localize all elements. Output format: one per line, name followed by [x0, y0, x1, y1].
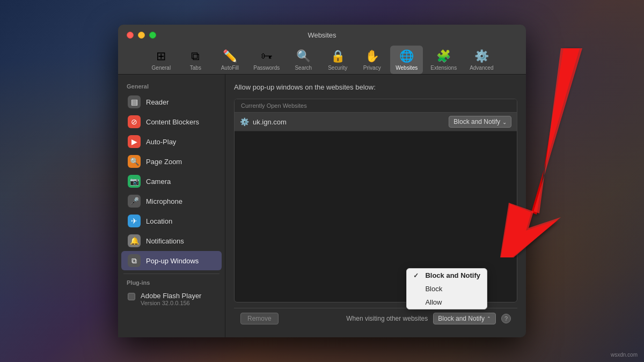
camera-icon: 📷: [128, 175, 141, 188]
dropdown-option-allow[interactable]: Allow: [407, 295, 487, 309]
security-icon: 🔒: [330, 49, 345, 64]
titlebar: Websites ⊞ General ⧉ Tabs ✏️ AutoFill 🗝 …: [118, 25, 526, 75]
website-favicon: ⚙️: [240, 117, 248, 126]
passwords-icon: 🗝: [259, 49, 274, 64]
sidebar-reader-label: Reader: [146, 98, 169, 106]
general-icon: ⊞: [153, 49, 169, 64]
maximize-button[interactable]: [149, 32, 156, 39]
advanced-icon: ⚙️: [474, 49, 489, 64]
websites-label: Websites: [396, 65, 418, 71]
help-button[interactable]: ?: [501, 314, 511, 323]
main-title: Allow pop-up windows on the websites bel…: [234, 83, 517, 91]
website-url: uk.ign.com: [253, 118, 444, 126]
dropdown-menu: ✓ Block and Notify Block Allow: [406, 268, 487, 309]
toolbar-item-advanced[interactable]: ⚙️ Advanced: [464, 46, 499, 74]
sidebar-item-content-blockers[interactable]: ⊘ Content Blockers: [121, 112, 222, 131]
minimize-button[interactable]: [138, 32, 145, 39]
sidebar-general-label: General: [118, 81, 225, 92]
sidebar-divider: [123, 274, 219, 274]
toolbar-item-websites[interactable]: 🌐 Websites: [390, 46, 423, 74]
sidebar-plugins-label: Plug-ins: [118, 277, 225, 288]
sidebar-microphone-label: Microphone: [146, 197, 182, 205]
microphone-icon: 🎤: [128, 195, 141, 208]
main-panel: Allow pop-up windows on the websites bel…: [225, 75, 526, 337]
preferences-window: Websites ⊞ General ⧉ Tabs ✏️ AutoFill 🗝 …: [118, 25, 526, 337]
watermark: wsxdn.com: [611, 352, 638, 358]
extensions-icon: 🧩: [436, 49, 451, 64]
toolbar: ⊞ General ⧉ Tabs ✏️ AutoFill 🗝 Passwords…: [145, 43, 499, 74]
visiting-value: Block and Notify: [438, 315, 485, 322]
sidebar-item-popup-windows[interactable]: ⧉ Pop-up Windows: [121, 251, 222, 270]
sidebar-item-reader[interactable]: ▤ Reader: [121, 92, 222, 112]
sidebar-location-label: Location: [146, 217, 172, 225]
option-label: Block and Notify: [425, 271, 480, 279]
autofill-icon: ✏️: [222, 49, 237, 64]
content-blockers-icon: ⊘: [128, 115, 141, 128]
privacy-label: Privacy: [363, 65, 381, 71]
passwords-label: Passwords: [253, 65, 280, 71]
check-mark: ✓: [413, 272, 421, 279]
dropdown-option-block-and-notify[interactable]: ✓ Block and Notify: [407, 269, 487, 282]
toolbar-item-autofill[interactable]: ✏️ AutoFill: [214, 46, 246, 74]
reader-icon: ▤: [128, 95, 141, 108]
plugin-info: Adobe Flash Player Version 32.0.0.156: [141, 292, 201, 306]
toolbar-item-tabs[interactable]: ⧉ Tabs: [179, 46, 211, 74]
plugin-version: Version 32.0.0.156: [141, 300, 201, 306]
security-label: Security: [328, 65, 347, 71]
close-button[interactable]: [127, 32, 134, 39]
sidebar-camera-label: Camera: [146, 178, 171, 186]
sidebar: General ▤ Reader ⊘ Content Blockers ▶ Au…: [118, 75, 225, 337]
tabs-label: Tabs: [190, 65, 201, 71]
sidebar-item-auto-play[interactable]: ▶ Auto-Play: [121, 132, 222, 151]
option-label: Allow: [425, 298, 442, 306]
sidebar-item-location[interactable]: ✈ Location: [121, 211, 222, 231]
plugin-name: Adobe Flash Player: [141, 292, 201, 300]
website-dropdown[interactable]: Block and Notify: [449, 116, 511, 128]
bottom-bar: Remove When visiting other websites Bloc…: [234, 308, 517, 329]
tabs-icon: ⧉: [188, 49, 203, 64]
sidebar-item-page-zoom[interactable]: 🔍 Page Zoom: [121, 152, 222, 171]
remove-button[interactable]: Remove: [240, 313, 279, 324]
sidebar-notifications-label: Notifications: [146, 237, 184, 245]
sidebar-page-zoom-label: Page Zoom: [146, 158, 182, 166]
website-row: ⚙️ uk.ign.com Block and Notify: [235, 113, 517, 131]
search-label: Search: [295, 65, 312, 71]
search-icon: 🔍: [296, 49, 311, 64]
visiting-label: When visiting other websites: [346, 315, 428, 322]
popup-windows-icon: ⧉: [128, 254, 141, 267]
toolbar-item-search[interactable]: 🔍 Search: [287, 46, 319, 74]
visiting-dropdown[interactable]: Block and Notify ⌃: [433, 313, 496, 324]
privacy-icon: ✋: [364, 49, 379, 64]
dropdown-chevron: ⌃: [487, 316, 491, 321]
window-title: Websites: [127, 31, 517, 39]
page-zoom-icon: 🔍: [128, 155, 141, 168]
plugin-adobe-flash: Adobe Flash Player Version 32.0.0.156: [121, 289, 222, 309]
general-label: General: [152, 65, 171, 71]
sidebar-item-notifications[interactable]: 🔔 Notifications: [121, 231, 222, 250]
section-header: Currently Open Websites: [235, 99, 517, 113]
toolbar-item-passwords[interactable]: 🗝 Passwords: [248, 46, 285, 74]
extensions-label: Extensions: [430, 65, 457, 71]
dropdown-option-block[interactable]: Block: [407, 282, 487, 295]
sidebar-popup-windows-label: Pop-up Windows: [146, 257, 199, 265]
sidebar-auto-play-label: Auto-Play: [146, 138, 176, 146]
toolbar-item-general[interactable]: ⊞ General: [145, 46, 177, 74]
option-label: Block: [425, 285, 442, 293]
location-icon: ✈: [128, 215, 141, 227]
sidebar-item-camera[interactable]: 📷 Camera: [121, 172, 222, 191]
sidebar-item-microphone[interactable]: 🎤 Microphone: [121, 191, 222, 211]
window-controls: [127, 32, 156, 39]
plugin-checkbox[interactable]: [128, 293, 135, 300]
websites-icon: 🌐: [399, 49, 414, 64]
window-body: General ▤ Reader ⊘ Content Blockers ▶ Au…: [118, 75, 526, 337]
sidebar-content-blockers-label: Content Blockers: [146, 118, 199, 126]
advanced-label: Advanced: [470, 65, 493, 71]
notifications-icon: 🔔: [128, 234, 141, 247]
auto-play-icon: ▶: [128, 135, 141, 148]
toolbar-item-privacy[interactable]: ✋ Privacy: [356, 46, 388, 74]
toolbar-item-extensions[interactable]: 🧩 Extensions: [425, 46, 462, 74]
toolbar-item-security[interactable]: 🔒 Security: [321, 46, 354, 74]
autofill-label: AutoFill: [221, 65, 239, 71]
